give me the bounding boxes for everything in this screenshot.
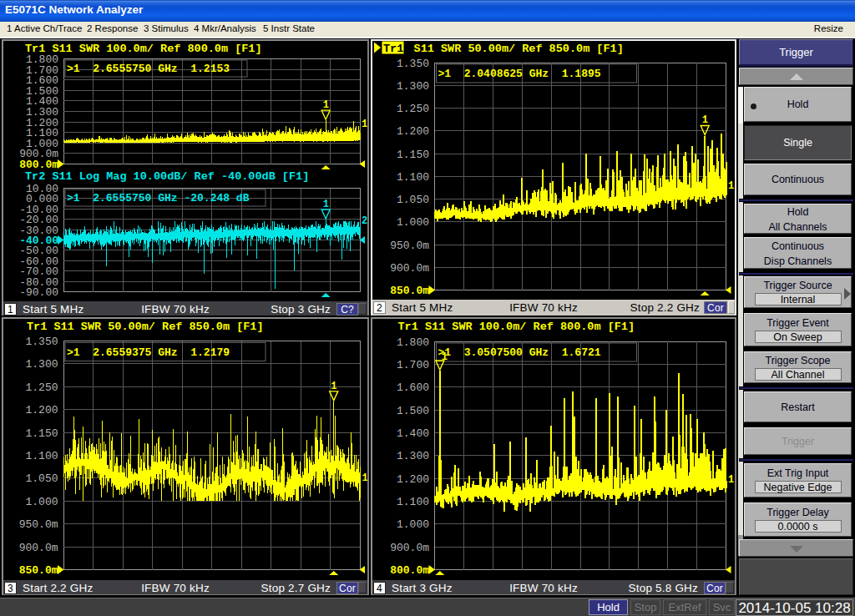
svg-text:1: 1 xyxy=(323,99,329,111)
svg-text:1.100: 1.100 xyxy=(25,450,58,462)
svg-text:1.200: 1.200 xyxy=(25,404,58,417)
svg-text:1.200: 1.200 xyxy=(397,473,429,486)
svg-text:1.300: 1.300 xyxy=(397,450,429,462)
svg-text:800.0m: 800.0m xyxy=(19,159,58,171)
svg-text:1.250: 1.250 xyxy=(25,381,58,394)
svg-text:1.300: 1.300 xyxy=(25,358,58,371)
svg-text:900.0m: 900.0m xyxy=(390,262,429,275)
svg-text:1.400: 1.400 xyxy=(397,427,429,440)
svg-text:1.200: 1.200 xyxy=(397,125,429,138)
svg-text:1: 1 xyxy=(331,381,336,392)
svg-text:800.0m: 800.0m xyxy=(390,564,429,577)
svg-text:1.150: 1.150 xyxy=(25,427,58,440)
svg-text:1: 1 xyxy=(728,180,734,192)
svg-text:>1 2.0408625 GHz 1.1895: >1 2.0408625 GHz 1.1895 xyxy=(438,68,601,80)
svg-text:1.150: 1.150 xyxy=(397,149,429,161)
svg-text:1: 1 xyxy=(702,114,708,126)
svg-text:1: 1 xyxy=(323,199,329,210)
svg-text:1.600: 1.600 xyxy=(397,381,429,394)
svg-text:1.050: 1.050 xyxy=(397,194,429,206)
svg-text:1: 1 xyxy=(362,472,368,484)
svg-text:1: 1 xyxy=(362,119,367,130)
svg-text:-90.00: -90.00 xyxy=(19,286,58,299)
svg-text:Tr1 S11 SWR 100.0m/ Ref 800.0m: Tr1 S11 SWR 100.0m/ Ref 800.0m [F1] xyxy=(398,321,635,333)
svg-text:1.050: 1.050 xyxy=(25,472,58,485)
svg-text:1.000: 1.000 xyxy=(25,496,58,508)
svg-text:Tr2 S11 Log Mag 10.00dB/ Ref -: Tr2 S11 Log Mag 10.00dB/ Ref -40.00dB [F… xyxy=(25,170,309,183)
svg-text:>1 3.0507500 GHz 1.6721: >1 3.0507500 GHz 1.6721 xyxy=(438,346,601,359)
svg-text:1.000: 1.000 xyxy=(397,518,429,531)
svg-text:>1 2.6559375 GHz 1.2179: >1 2.6559375 GHz 1.2179 xyxy=(67,346,230,359)
svg-text:Tr1 S11 SWR 100.0m/ Ref 800.0m: Tr1 S11 SWR 100.0m/ Ref 800.0m [F1] xyxy=(25,43,262,55)
svg-text:1.700: 1.700 xyxy=(397,359,429,371)
svg-text:1.000: 1.000 xyxy=(397,216,429,229)
svg-text:1.100: 1.100 xyxy=(397,496,429,508)
svg-text:1.800: 1.800 xyxy=(397,336,429,349)
svg-text:1.100: 1.100 xyxy=(397,171,429,184)
svg-text:Tr1 S11 SWR 50.00m/ Ref 850.0m: Tr1 S11 SWR 50.00m/ Ref 850.0m [F1] xyxy=(27,321,264,333)
svg-text:950.0m: 950.0m xyxy=(390,240,429,252)
svg-text:1.300: 1.300 xyxy=(397,80,429,93)
svg-text:1: 1 xyxy=(728,474,734,486)
svg-text:1.350: 1.350 xyxy=(397,58,429,70)
svg-text:>1 2.6555750 GHz 1.2153: >1 2.6555750 GHz 1.2153 xyxy=(67,63,230,75)
svg-text:1: 1 xyxy=(442,351,448,363)
svg-text:900.0m: 900.0m xyxy=(390,542,429,554)
svg-text:1.500: 1.500 xyxy=(397,405,429,417)
svg-text:Tr1: Tr1 xyxy=(383,43,403,55)
svg-text:850.0m: 850.0m xyxy=(19,564,58,577)
svg-text:S11 SWR 50.00m/ Ref 850.0m [F1: S11 SWR 50.00m/ Ref 850.0m [F1] xyxy=(414,43,624,55)
svg-text:1.350: 1.350 xyxy=(25,336,58,348)
svg-text:2: 2 xyxy=(362,215,367,227)
svg-text:850.0m: 850.0m xyxy=(390,285,429,297)
svg-text:900.0m: 900.0m xyxy=(19,542,58,554)
svg-text:1.250: 1.250 xyxy=(397,103,429,115)
svg-text:950.0m: 950.0m xyxy=(19,518,58,531)
svg-text:>1 2.6555750 GHz -20.248 dB: >1 2.6555750 GHz -20.248 dB xyxy=(67,192,250,204)
